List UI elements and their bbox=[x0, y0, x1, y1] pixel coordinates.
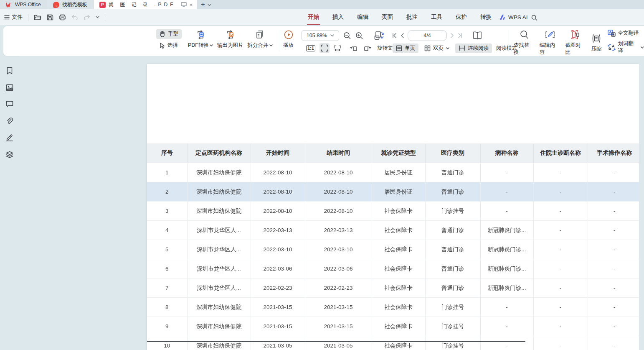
table-cell: - bbox=[533, 336, 588, 350]
undo-icon[interactable] bbox=[71, 15, 78, 20]
table-cell: 深圳市龙华区人... bbox=[187, 240, 251, 259]
rotate-pages-icon[interactable] bbox=[374, 31, 385, 40]
compress-button[interactable]: 压缩 bbox=[591, 30, 602, 56]
next-page-icon[interactable] bbox=[451, 33, 454, 38]
find-replace-label: 查找替换 bbox=[514, 42, 535, 56]
menu-item-4[interactable]: 批注 bbox=[406, 13, 418, 22]
table-cell: 9 bbox=[147, 317, 187, 336]
prev-page-icon[interactable] bbox=[401, 33, 404, 38]
layers-icon[interactable] bbox=[5, 150, 14, 159]
table-cell: - bbox=[588, 317, 639, 336]
menu-item-1[interactable]: 插入 bbox=[332, 13, 345, 22]
monitor-icon[interactable] bbox=[181, 2, 187, 7]
table-row: 1深圳市妇幼保健院2022-08-102022-08-10居民身份证普通门诊--… bbox=[147, 163, 639, 182]
zoom-level-dropdown[interactable]: 105.88% bbox=[302, 30, 339, 41]
tab-wps-office[interactable]: WPS Office bbox=[0, 0, 47, 9]
table-cell: - bbox=[480, 202, 533, 221]
attachment-icon[interactable] bbox=[5, 116, 14, 125]
divider bbox=[509, 30, 509, 52]
rotate-right-button[interactable] bbox=[362, 43, 373, 53]
table-cell: 2022-08-10 bbox=[305, 163, 372, 182]
table-cell: 5 bbox=[147, 240, 187, 259]
double-page-button[interactable]: 双页 bbox=[421, 43, 453, 53]
play-icon bbox=[284, 30, 294, 40]
pdf-convert-button[interactable]: PDF转换 bbox=[188, 30, 213, 49]
tab-list-chevron-icon[interactable] bbox=[208, 4, 211, 6]
play-label: 播放 bbox=[283, 42, 294, 49]
menu-item-5[interactable]: 工具 bbox=[430, 13, 443, 22]
actual-size-button[interactable]: 1:1 bbox=[305, 44, 317, 53]
signature-icon[interactable] bbox=[5, 133, 14, 142]
full-translate-button[interactable]: 全文翻译 bbox=[608, 30, 644, 37]
table-header-cell: 开始时间 bbox=[251, 143, 305, 163]
table-cell: - bbox=[480, 298, 533, 317]
new-tab-icon[interactable]: + bbox=[201, 0, 205, 9]
table-cell: 社会保障卡 bbox=[372, 259, 425, 278]
comment-icon[interactable] bbox=[5, 100, 14, 109]
menu-item-2[interactable]: 编辑 bbox=[356, 13, 369, 22]
file-menu-button[interactable]: 文件 bbox=[4, 13, 23, 21]
table-cell: 深圳市妇幼保健院 bbox=[187, 163, 251, 182]
table-cell: 8 bbox=[147, 298, 187, 317]
screenshot-compare-button[interactable]: 截图对比 bbox=[565, 30, 586, 56]
wps-ai-button[interactable]: WPS AI bbox=[499, 9, 528, 25]
first-page-icon[interactable] bbox=[392, 33, 397, 38]
single-page-icon bbox=[396, 45, 402, 51]
close-tab-icon[interactable]: × bbox=[188, 2, 193, 8]
single-page-button[interactable]: 单页 bbox=[393, 43, 418, 53]
table-header-cell: 医疗类别 bbox=[425, 143, 480, 163]
edit-content-button[interactable]: 编辑内容 bbox=[540, 30, 560, 56]
thumbnail-icon[interactable] bbox=[5, 83, 14, 92]
edit-content-icon bbox=[545, 30, 555, 40]
table-row: 10深圳市妇幼保健院2021-03-052021-03-05社会保障卡门诊挂号-… bbox=[147, 336, 639, 350]
menu-item-6[interactable]: 保护 bbox=[455, 13, 468, 22]
menu-item-3[interactable]: 页面 bbox=[381, 13, 394, 22]
zoom-out-icon[interactable] bbox=[343, 32, 351, 40]
export-image-button[interactable]: 输出为图片 bbox=[217, 30, 243, 49]
bookmark-icon[interactable] bbox=[5, 66, 14, 75]
redo-icon[interactable] bbox=[84, 15, 90, 20]
split-merge-button[interactable]: 拆分合并 bbox=[248, 30, 273, 49]
continuous-read-button[interactable]: 连续阅读 bbox=[455, 43, 492, 53]
table-cell: 2022-03-13 bbox=[305, 221, 372, 240]
table-cell: 2021-03-05 bbox=[251, 336, 305, 350]
fit-width-button[interactable] bbox=[332, 43, 342, 53]
full-translate-icon bbox=[608, 30, 616, 37]
menu-search-icon[interactable] bbox=[531, 15, 538, 21]
wps-ai-label: WPS AI bbox=[508, 14, 528, 20]
fit-page-button[interactable] bbox=[319, 43, 330, 53]
last-page-icon[interactable] bbox=[458, 33, 463, 38]
print-icon[interactable] bbox=[59, 14, 66, 20]
table-cell: 社会保障卡 bbox=[372, 278, 425, 298]
hand-tool-button[interactable]: 手型 bbox=[156, 29, 182, 39]
tab-template[interactable]: ‚ 找稻壳模板 bbox=[47, 0, 94, 9]
quick-access-chevron-icon[interactable] bbox=[96, 16, 99, 18]
rotate-left-button[interactable] bbox=[349, 43, 359, 53]
menu-item-0[interactable]: 开始 bbox=[307, 13, 320, 22]
page-indicator-input[interactable]: 4/4 bbox=[408, 30, 447, 41]
table-row: 9深圳市妇幼保健院2021-03-152021-03-15社会保障卡门诊挂号--… bbox=[147, 317, 639, 336]
table-cell: 门诊挂号 bbox=[425, 336, 480, 350]
play-button[interactable]: 播放 bbox=[283, 30, 294, 49]
select-tool-button[interactable]: 选择 bbox=[156, 41, 182, 50]
table-cell: 2021-03-05 bbox=[305, 336, 372, 350]
edit-content-label: 编辑内容 bbox=[540, 42, 560, 56]
tab-document-active[interactable]: P 就 医 记 录 .PDF × bbox=[94, 0, 197, 9]
menu-item-7[interactable]: 转换 bbox=[479, 13, 492, 22]
table-cell: - bbox=[588, 259, 639, 278]
word-translate-button[interactable]: 划词翻译 bbox=[608, 40, 644, 54]
table-cell: 社会保障卡 bbox=[372, 336, 425, 350]
read-mode-icon[interactable] bbox=[472, 31, 482, 40]
table-header-cell: 序号 bbox=[147, 143, 187, 163]
table-cell: 深圳市龙华区人... bbox=[187, 221, 251, 240]
table-cell: 2022-08-10 bbox=[251, 163, 305, 182]
table-cell: 社会保障卡 bbox=[372, 221, 425, 240]
find-replace-button[interactable]: 查找替换 bbox=[514, 30, 535, 56]
open-folder-icon[interactable] bbox=[34, 14, 41, 20]
hamburger-icon bbox=[4, 15, 10, 20]
table-cell: - bbox=[533, 163, 588, 182]
table-cell: - bbox=[588, 202, 639, 221]
zoom-in-icon[interactable] bbox=[355, 32, 363, 40]
save-icon[interactable] bbox=[47, 14, 53, 20]
window-tab-bar: WPS Office ‚ 找稻壳模板 P 就 医 记 录 .PDF × + bbox=[0, 0, 644, 9]
